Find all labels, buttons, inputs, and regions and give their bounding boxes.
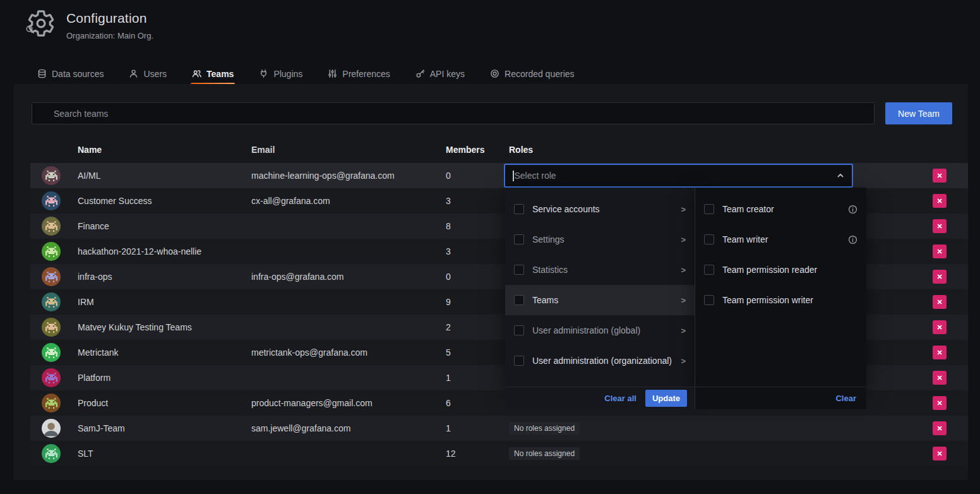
roles-badge: No roles assigned [509, 447, 580, 460]
team-name[interactable]: Product [78, 398, 251, 408]
role-option-item[interactable]: Team creator [695, 194, 866, 224]
person-photo-icon [42, 419, 61, 438]
delete-team-button[interactable]: ✕ [933, 320, 947, 334]
role-group-item[interactable]: Settings > [505, 224, 695, 255]
role-option-item[interactable]: Team writer [695, 224, 866, 255]
team-avatar [42, 318, 61, 337]
database-icon [37, 69, 47, 78]
config-tabbar: Data sources Users Teams Plugins Prefere… [36, 63, 576, 84]
role-group-label: User administration (organizational) [532, 356, 672, 366]
team-name[interactable]: Matvey Kukuy Testing Teams [78, 322, 251, 332]
team-roles-cell[interactable]: No roles assigned [509, 447, 933, 460]
tab-recorded-queries[interactable]: Recorded queries [489, 63, 576, 84]
team-name[interactable]: SamJ-Team [78, 423, 251, 433]
role-group-item[interactable]: Statistics > [505, 255, 695, 285]
avatar-cell [30, 318, 78, 337]
table-row[interactable]: SLT 12 No roles assigned ✕ [30, 441, 968, 466]
team-name[interactable]: IRM [78, 297, 251, 307]
clear-button[interactable]: Clear [835, 394, 856, 403]
role-group-item[interactable]: Service accounts > [505, 194, 695, 224]
text-cursor [513, 171, 514, 181]
team-name[interactable]: Customer Success [78, 196, 251, 206]
info-icon[interactable] [848, 205, 858, 214]
team-members-count: 3 [446, 246, 509, 256]
team-avatar-icon [45, 398, 57, 409]
role-option-label: Team writer [722, 234, 768, 244]
checkbox[interactable] [514, 325, 524, 335]
new-team-button[interactable]: New Team [885, 102, 952, 124]
checkbox[interactable] [704, 295, 714, 305]
team-name[interactable]: SLT [78, 449, 251, 459]
avatar-cell [30, 394, 78, 413]
tab-data-sources[interactable]: Data sources [36, 63, 105, 84]
search-input[interactable] [32, 102, 875, 124]
delete-team-button[interactable]: ✕ [933, 244, 947, 258]
tab-label: Teams [206, 69, 234, 79]
delete-team-button[interactable]: ✕ [933, 396, 947, 410]
role-group-item[interactable]: User administration (organizational) > [505, 346, 695, 376]
role-option-item[interactable]: Team permission reader [695, 255, 866, 285]
checkbox[interactable] [514, 204, 524, 214]
team-name[interactable]: infra-ops [78, 272, 251, 282]
tab-plugins[interactable]: Plugins [258, 63, 304, 84]
checkbox[interactable] [704, 234, 714, 244]
team-name[interactable]: hackathon-2021-12-whoa-nellie [78, 246, 251, 256]
tab-teams[interactable]: Teams [191, 63, 235, 84]
delete-team-button[interactable]: ✕ [933, 447, 947, 461]
checkbox[interactable] [514, 356, 524, 366]
close-icon: ✕ [936, 248, 942, 256]
chevron-right-icon: > [681, 205, 686, 214]
role-picker-placeholder: Select role [515, 171, 556, 181]
tab-api-keys[interactable]: API keys [414, 63, 466, 84]
delete-team-button[interactable]: ✕ [933, 371, 947, 385]
role-group-label: Teams [532, 295, 558, 305]
role-group-label: User administration (global) [532, 325, 640, 335]
checkbox[interactable] [704, 265, 714, 275]
tab-preferences[interactable]: Preferences [326, 63, 391, 84]
team-avatar-icon [45, 246, 57, 257]
delete-team-button[interactable]: ✕ [933, 219, 947, 233]
checkbox[interactable] [704, 204, 714, 214]
key-icon [415, 69, 425, 78]
team-name[interactable]: Platform [78, 373, 251, 383]
checkbox[interactable] [514, 234, 524, 244]
delete-team-button[interactable]: ✕ [933, 421, 947, 435]
team-members-count: 0 [446, 272, 509, 282]
team-members-count: 9 [446, 297, 509, 307]
team-members-count: 1 [446, 373, 509, 383]
team-avatar-icon [45, 449, 57, 459]
checkbox[interactable] [514, 265, 524, 275]
table-row[interactable]: SamJ-Team sam.jewell@grafana.com 1 No ro… [30, 416, 968, 441]
role-group-item[interactable]: User administration (global) > [505, 315, 695, 346]
tab-users[interactable]: Users [128, 63, 168, 84]
column-name: Name [78, 145, 251, 155]
role-group-item[interactable]: Teams > [505, 285, 695, 315]
team-roles-cell[interactable]: No roles assigned [509, 422, 933, 435]
tab-label: Plugins [273, 69, 302, 79]
update-button[interactable]: Update [645, 390, 687, 407]
team-avatar [42, 166, 61, 185]
team-avatar [42, 394, 61, 413]
team-avatar-icon [45, 196, 57, 207]
team-avatar [42, 242, 61, 261]
delete-team-button[interactable]: ✕ [933, 346, 947, 359]
delete-team-button[interactable]: ✕ [933, 194, 947, 208]
team-name[interactable]: Metrictank [78, 347, 251, 358]
plug-icon [259, 69, 268, 78]
team-members-count: 8 [446, 221, 509, 231]
team-avatar-icon [45, 297, 57, 308]
delete-team-button[interactable]: ✕ [933, 169, 947, 183]
role-picker-input[interactable]: Select role [504, 164, 853, 188]
checkbox[interactable] [514, 295, 524, 305]
role-group-label: Service accounts [532, 204, 600, 214]
info-icon[interactable] [848, 235, 858, 244]
delete-team-button[interactable]: ✕ [933, 295, 947, 309]
delete-team-button[interactable]: ✕ [933, 270, 947, 284]
chevron-up-icon[interactable] [837, 172, 844, 179]
clear-all-button[interactable]: Clear all [604, 394, 636, 403]
role-option-item[interactable]: Team permission writer [695, 285, 866, 315]
team-name[interactable]: AI/ML [78, 171, 251, 181]
team-name[interactable]: Finance [78, 221, 251, 231]
avatar-cell [30, 267, 78, 286]
column-email: Email [251, 145, 446, 155]
